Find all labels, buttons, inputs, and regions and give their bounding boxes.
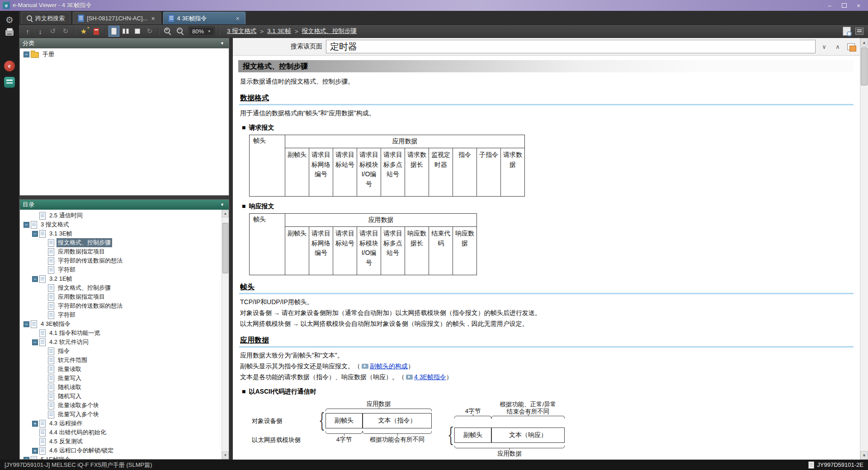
frame-commands-link[interactable]: 4 3E帧指令 xyxy=(414,373,446,381)
expand-icon[interactable]: + xyxy=(24,457,29,460)
highlight-all-button[interactable] xyxy=(846,42,856,52)
toc-item[interactable]: −3.2 1E帧 xyxy=(20,274,222,283)
breadcrumb-link[interactable]: 报文格式、控制步骤 xyxy=(302,27,357,35)
single-page-view-button[interactable] xyxy=(108,26,119,37)
toc-item[interactable]: 软元件范围 xyxy=(20,356,222,365)
toc-item[interactable]: 批量读取 xyxy=(20,365,222,374)
panel-collapse-button[interactable]: ▼ xyxy=(218,41,226,46)
toc-item[interactable]: 随机读取 xyxy=(20,383,222,392)
category-root-item[interactable]: − 手册 xyxy=(20,50,229,59)
nav-up-button[interactable]: ↑ xyxy=(22,26,33,37)
star-icon: ★+ xyxy=(80,27,87,36)
history-back-button[interactable]: ↺ xyxy=(47,26,59,37)
collapse-icon[interactable]: − xyxy=(32,339,38,345)
tab-document-2-active[interactable]: 4 3E帧指令 × xyxy=(163,12,245,24)
close-icon[interactable]: × xyxy=(150,15,156,22)
toc-item[interactable]: −4 3E帧指令 xyxy=(20,320,222,329)
zoom-level-select[interactable]: 80% ▼ xyxy=(189,27,215,36)
scroll-thumb[interactable] xyxy=(222,223,228,273)
scroll-track[interactable] xyxy=(222,217,229,451)
find-in-document-button[interactable] xyxy=(841,26,853,37)
document-scrollbar[interactable]: ▲ ▼ xyxy=(860,38,868,460)
bookmark-button[interactable] xyxy=(90,26,102,37)
find-input[interactable] xyxy=(326,40,816,53)
find-next-button[interactable]: ∨ xyxy=(819,42,829,52)
document-icon xyxy=(39,212,46,220)
tab-bar: 跨文档搜索 [SH-081271CHN-AC]... × 4 3E帧指令 × xyxy=(19,11,868,25)
expand-icon[interactable]: + xyxy=(32,421,38,427)
scroll-up-button[interactable]: ▲ xyxy=(860,38,868,47)
toc-item[interactable]: 4.5 反复测试 xyxy=(20,437,222,446)
toc-item[interactable]: 字符部 xyxy=(20,265,222,274)
content-pane: 搜索该页面 ∨ ∧ 报文格式、控制步骤 显示数据通信时的报文格式、控制步骤。 数… xyxy=(233,38,868,460)
collapse-icon[interactable]: − xyxy=(24,222,29,228)
breadcrumb-link[interactable]: 3 报文格式 xyxy=(227,27,256,35)
toc-item[interactable]: 报文格式、控制步骤 xyxy=(20,283,222,292)
toc-item[interactable]: −3.1 3E帧 xyxy=(20,229,222,238)
sidebar-splitter[interactable] xyxy=(229,38,233,460)
toc-item[interactable]: −4.2 软元件访问 xyxy=(20,338,222,347)
expand-icon[interactable]: + xyxy=(32,448,38,454)
toc-item[interactable]: 批量写入多个块 xyxy=(20,410,222,419)
toc-item[interactable]: +4.6 远程口令的解锁/锁定 xyxy=(20,446,222,455)
tab-document-1[interactable]: [SH-081271CHN-AC]... × xyxy=(73,12,161,24)
column-cell: 请求数据长 xyxy=(405,148,429,197)
column-cell: 结束代码 xyxy=(429,227,453,275)
panel-collapse-button[interactable]: ▼ xyxy=(218,202,226,207)
continuous-view-button[interactable] xyxy=(132,26,143,37)
toc-item[interactable]: 指令 xyxy=(20,347,222,356)
settings-button[interactable]: ⚙ xyxy=(3,14,16,26)
subheader-structure-link[interactable]: 副帧头的构成 xyxy=(370,362,408,370)
toc-item[interactable]: −3 报文格式 xyxy=(20,220,222,229)
collapse-icon[interactable]: − xyxy=(24,321,29,327)
maximize-button[interactable] xyxy=(837,1,851,9)
toc-item[interactable]: 随机写入 xyxy=(20,392,222,401)
toc-item[interactable]: 批量写入 xyxy=(20,374,222,383)
zoom-out-button[interactable]: − xyxy=(175,26,186,37)
add-favorite-button[interactable]: ★+ xyxy=(78,26,90,37)
red-app-button[interactable]: e xyxy=(3,60,16,72)
scroll-down-button[interactable]: ▼ xyxy=(860,451,868,460)
toc-scrollbar[interactable]: ▲ ▼ xyxy=(222,210,229,459)
close-button[interactable]: × xyxy=(852,1,865,9)
paragraph: 用于通信的数据格式由“帧头”和“应用数据”构成。 xyxy=(240,108,854,118)
nav-down-button[interactable]: ↓ xyxy=(34,26,46,37)
toc-item[interactable]: +5 1E帧指令 xyxy=(20,455,222,459)
facing-page-view-button[interactable] xyxy=(120,26,131,37)
collapse-icon[interactable]: − xyxy=(32,231,38,237)
toc-item[interactable]: 报文格式、控制步骤 xyxy=(20,238,222,247)
toc-item[interactable]: 应用数据指定项目 xyxy=(20,247,222,256)
scroll-down-button[interactable]: ▼ xyxy=(222,451,229,459)
minimize-button[interactable]: – xyxy=(823,1,836,9)
print-button[interactable] xyxy=(3,26,16,39)
toc-item[interactable]: 2.5 通信时间 xyxy=(20,211,222,220)
toc-item[interactable]: 应用数据指定项目 xyxy=(20,292,222,301)
paragraph: 以太网搭载模块侧 → 以太网搭载模块会自动附加对象设备侧（响应报文）的帧头，因此… xyxy=(240,319,854,329)
toc-item[interactable]: 字符部 xyxy=(20,310,222,320)
close-icon[interactable]: × xyxy=(235,15,240,22)
scroll-track[interactable] xyxy=(860,47,868,451)
zoom-in-button[interactable]: + xyxy=(162,26,174,37)
scroll-up-button[interactable]: ▲ xyxy=(222,210,229,217)
toc-item[interactable]: +4.3 远程操作 xyxy=(20,419,222,428)
document-icon xyxy=(48,266,54,274)
collapse-icon[interactable]: − xyxy=(24,52,29,57)
minimize-icon: – xyxy=(828,2,831,9)
toc-item[interactable]: 字符部的传送数据的想法 xyxy=(20,301,222,310)
response-text-box: 文本（响应） xyxy=(491,428,565,443)
app-data-bottom-label: 应用数据 xyxy=(454,450,565,457)
toc-item[interactable]: 4.1 指令和功能一览 xyxy=(20,329,222,338)
teal-app-button[interactable] xyxy=(3,76,16,89)
sync-toc-button[interactable] xyxy=(854,26,865,37)
toc-item[interactable]: 批量读取多个块 xyxy=(20,401,222,410)
toc-item[interactable]: 字符部的传送数据的想法 xyxy=(20,256,222,265)
tab-cross-doc-search[interactable]: 跨文档搜索 xyxy=(21,12,71,24)
find-prev-button[interactable]: ∧ xyxy=(833,42,843,52)
toc-item[interactable]: 4.4 出错代码的初始化 xyxy=(20,428,222,437)
scroll-thumb[interactable] xyxy=(861,47,868,85)
toc-item-label: 报文格式、控制步骤 xyxy=(57,238,112,247)
refresh-button[interactable]: ↻ xyxy=(144,26,156,37)
breadcrumb-link[interactable]: 3.1 3E帧 xyxy=(267,27,291,35)
history-forward-button[interactable]: ↻ xyxy=(60,26,71,37)
collapse-icon[interactable]: − xyxy=(32,276,38,282)
